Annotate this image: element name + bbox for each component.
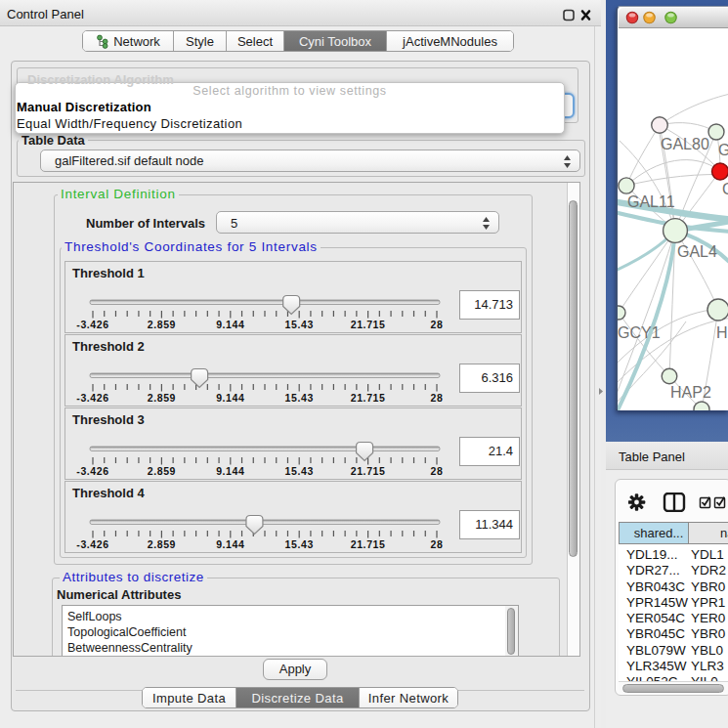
svg-text:GA: GA	[718, 142, 728, 158]
svg-text:15.43: 15.43	[285, 465, 314, 477]
svg-text:GAL11: GAL11	[627, 193, 675, 210]
svg-text:28: 28	[431, 465, 444, 477]
svg-text:9.144: 9.144	[216, 392, 244, 404]
svg-text:15.43: 15.43	[285, 392, 314, 404]
svg-text:2.859: 2.859	[148, 465, 176, 477]
svg-text:2.859: 2.859	[148, 392, 176, 404]
svg-text:21.715: 21.715	[351, 392, 386, 404]
svg-text:28: 28	[431, 319, 444, 330]
svg-text:GAL4: GAL4	[677, 243, 717, 260]
svg-text:9.144: 9.144	[216, 538, 244, 550]
svg-text:GCY1: GCY1	[618, 324, 661, 341]
svg-text:C: C	[722, 181, 728, 197]
svg-text:GAL80: GAL80	[661, 136, 709, 152]
svg-text:9.144: 9.144	[216, 465, 244, 477]
svg-text:9.144: 9.144	[216, 319, 244, 330]
svg-text:HAP2: HAP2	[670, 384, 711, 401]
svg-text:21.715: 21.715	[351, 538, 386, 550]
svg-text:H: H	[716, 324, 728, 341]
svg-text:2.859: 2.859	[148, 538, 176, 550]
svg-text:21.715: 21.715	[351, 465, 386, 477]
svg-text:-3.426: -3.426	[76, 392, 108, 404]
svg-text:21.715: 21.715	[351, 319, 386, 330]
svg-text:-3.426: -3.426	[76, 319, 108, 330]
svg-text:15.43: 15.43	[285, 538, 314, 550]
svg-text:-3.426: -3.426	[76, 538, 108, 550]
svg-text:2.859: 2.859	[148, 319, 176, 330]
svg-text:28: 28	[431, 538, 444, 550]
svg-text:28: 28	[431, 392, 444, 404]
svg-text:15.43: 15.43	[285, 319, 314, 330]
svg-text:-3.426: -3.426	[76, 465, 108, 477]
